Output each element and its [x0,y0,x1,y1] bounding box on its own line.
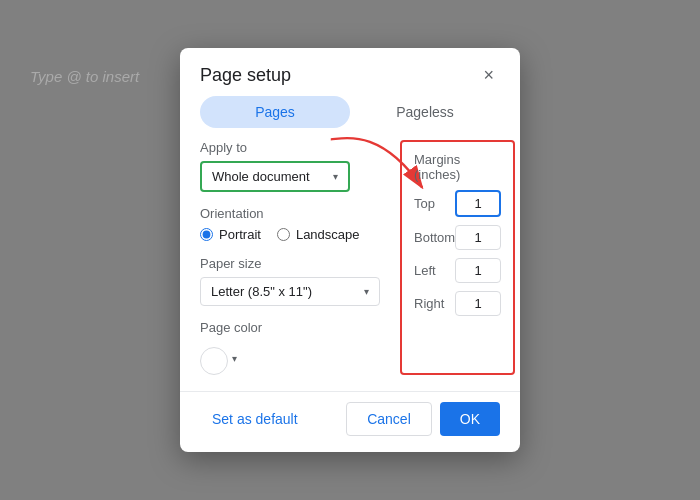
margin-row-right: Right [414,291,501,316]
orientation-label: Orientation [200,206,380,221]
dialog-title: Page setup [200,65,291,86]
right-label: Right [414,296,452,311]
portrait-label: Portrait [219,227,261,242]
tab-pages[interactable]: Pages [200,96,350,128]
margins-unit: (inches) [414,167,460,182]
page-setup-dialog: Page setup × Pages Pageless Apply to Who… [180,48,520,452]
margin-row-top: Top [414,190,501,217]
portrait-radio[interactable] [200,228,213,241]
ok-button[interactable]: OK [440,402,500,436]
landscape-radio[interactable] [277,228,290,241]
top-label: Top [414,196,452,211]
dialog-body: Apply to Whole document ▾ Orientation Po… [180,140,520,391]
margin-row-left: Left [414,258,501,283]
top-input[interactable] [455,190,501,217]
dialog-footer: Set as default Cancel OK [180,391,520,452]
orientation-row: Portrait Landscape [200,227,380,242]
paper-size-label: Paper size [200,256,380,271]
right-input[interactable] [455,291,501,316]
page-color-label: Page color [200,320,380,335]
tabs-row: Pages Pageless [180,96,520,140]
apply-to-value: Whole document [212,169,310,184]
margins-panel: Margins (inches) Top Bottom Left Right [400,140,515,375]
landscape-label: Landscape [296,227,360,242]
paper-size-chevron: ▾ [364,286,369,297]
dialog-overlay: Page setup × Pages Pageless Apply to Who… [0,0,700,500]
margins-title: Margins [414,152,460,167]
apply-to-chevron: ▾ [333,171,338,182]
bottom-label: Bottom [414,230,455,245]
color-row: ▾ [200,341,380,375]
apply-to-label: Apply to [200,140,380,155]
cancel-button[interactable]: Cancel [346,402,432,436]
apply-to-select[interactable]: Whole document ▾ [200,161,350,192]
paper-size-value: Letter (8.5" x 11") [211,284,312,299]
footer-right: Cancel OK [346,402,500,436]
left-panel: Apply to Whole document ▾ Orientation Po… [200,140,380,375]
margins-header: Margins (inches) [414,152,501,182]
bottom-input[interactable] [455,225,501,250]
set-as-default-button[interactable]: Set as default [200,403,310,435]
tab-pageless[interactable]: Pageless [350,96,500,128]
left-label: Left [414,263,452,278]
landscape-option[interactable]: Landscape [277,227,360,242]
close-button[interactable]: × [477,64,500,86]
color-chevron[interactable]: ▾ [232,353,237,364]
margin-row-bottom: Bottom [414,225,501,250]
page-color-swatch[interactable] [200,347,228,375]
left-input[interactable] [455,258,501,283]
paper-size-select[interactable]: Letter (8.5" x 11") ▾ [200,277,380,306]
portrait-option[interactable]: Portrait [200,227,261,242]
dialog-header: Page setup × [180,48,520,96]
